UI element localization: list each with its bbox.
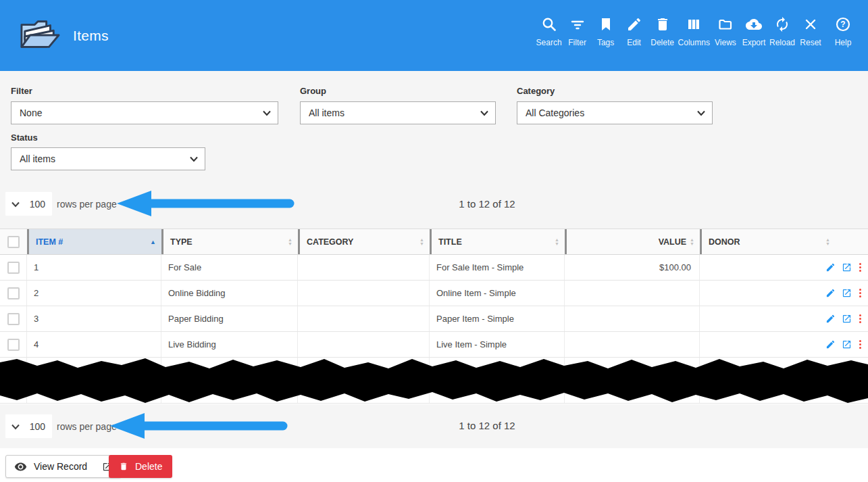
refresh-icon	[774, 16, 790, 32]
column-header-category[interactable]: CATEGORY ▲▼	[298, 229, 430, 254]
help-circle-icon: ?	[835, 16, 851, 32]
row-menu-kebab-icon[interactable]	[858, 314, 863, 323]
column-label: ITEM #	[36, 237, 63, 247]
toolbar-label: Filter	[568, 38, 586, 47]
row-edit-pencil-icon[interactable]	[825, 314, 836, 324]
cell-type	[161, 358, 298, 380]
pencil-icon	[626, 16, 642, 32]
row-menu-kebab-icon[interactable]	[858, 289, 863, 297]
cell-title: Online Item - Simple	[430, 281, 565, 306]
cell-item: 3	[27, 306, 161, 331]
row-edit-pencil-icon[interactable]	[825, 288, 836, 298]
sort-icon: ▲▼	[419, 238, 424, 246]
column-label: CATEGORY	[307, 237, 353, 247]
cell-type: Paper Bidding	[161, 306, 298, 331]
category-select[interactable]: All Categories	[517, 101, 713, 124]
row-edit-pencil-icon[interactable]	[825, 262, 836, 272]
cell-donor	[700, 255, 868, 280]
toolbar-button-reset[interactable]: Reset	[796, 16, 825, 47]
toolbar-button-edit[interactable]: Edit	[620, 16, 648, 47]
app-logo-folder-icon	[16, 17, 63, 55]
row-menu-kebab-icon[interactable]	[858, 263, 863, 272]
cell-category	[298, 281, 430, 306]
select-all-cell	[0, 229, 27, 254]
cell-type: Online Bidding	[161, 281, 298, 306]
row-check-cell	[0, 332, 27, 357]
pagination-range: 1 to 12 of 12	[406, 198, 568, 210]
row-open-external-icon[interactable]	[842, 262, 852, 272]
cell-category	[298, 255, 430, 280]
cell-item	[27, 358, 161, 380]
toolbar-button-reload[interactable]: Reload	[768, 16, 796, 47]
toolbar-button-tags[interactable]: Tags	[592, 16, 620, 47]
category-label: Category	[517, 86, 555, 96]
cell-type: Live Bidding	[161, 332, 298, 357]
toolbar-button-export[interactable]: Export	[740, 16, 768, 47]
filter-label: Filter	[11, 86, 32, 96]
row-checkbox[interactable]	[7, 313, 20, 325]
view-record-button[interactable]: View Record	[5, 455, 121, 478]
toolbar-label: Export	[742, 38, 766, 47]
column-label: VALUE	[659, 237, 686, 247]
rows-per-page-value: 100	[20, 199, 52, 210]
cell-category	[298, 381, 430, 403]
cell-type	[161, 381, 298, 403]
cell-donor	[700, 358, 868, 380]
column-header-title[interactable]: TITLE ▲▼	[430, 229, 565, 254]
column-header-item[interactable]: ITEM # ▲	[27, 229, 161, 254]
cell-title: Paper Item - Simple	[430, 306, 565, 331]
row-open-external-icon[interactable]	[842, 339, 852, 350]
row-checkbox[interactable]	[7, 262, 20, 274]
status-select[interactable]: All items	[11, 147, 205, 170]
cell-donor	[700, 281, 868, 306]
toolbar: Search Filter Tags Edit Delete Columns V…	[535, 16, 857, 47]
toolbar-label: Tags	[597, 38, 614, 47]
search-icon	[541, 16, 557, 32]
toolbar-button-columns[interactable]: Columns	[677, 16, 711, 47]
toolbar-button-views[interactable]: Views	[711, 16, 740, 47]
sort-icon: ▲▼	[555, 238, 559, 246]
cell-value	[565, 358, 700, 380]
view-record-label: View Record	[34, 461, 87, 472]
column-header-donor[interactable]: DONOR ▲▼	[700, 229, 868, 254]
filter-select[interactable]: None	[11, 101, 278, 124]
table-row: 4 Live Bidding Live Item - Simple	[0, 332, 868, 358]
group-select[interactable]: All items	[300, 101, 496, 124]
column-header-type[interactable]: TYPE ▲▼	[161, 229, 298, 254]
toolbar-label: Edit	[627, 38, 641, 47]
rows-per-page-select[interactable]: 100	[5, 192, 52, 216]
redacted-rows-zone	[0, 358, 868, 404]
status-label: Status	[11, 132, 38, 143]
row-checkbox[interactable]	[7, 386, 20, 398]
row-edit-pencil-icon[interactable]	[825, 339, 836, 350]
row-checkbox[interactable]	[7, 363, 20, 375]
folder-icon	[717, 16, 734, 32]
row-check-cell	[0, 358, 27, 380]
row-checkbox[interactable]	[7, 287, 20, 299]
column-header-value[interactable]: VALUE ▲▼	[565, 229, 700, 254]
cell-category	[298, 306, 430, 331]
column-label: DONOR	[709, 237, 740, 247]
trash-icon	[655, 16, 671, 32]
toolbar-label: Columns	[678, 38, 710, 47]
trash-icon	[119, 462, 128, 471]
toolbar-label: Reset	[800, 38, 821, 47]
row-menu-kebab-icon[interactable]	[858, 340, 863, 349]
toolbar-button-help[interactable]: ? Help	[829, 16, 857, 47]
table-row: 2 Online Bidding Online Item - Simple	[0, 281, 868, 306]
toolbar-button-delete[interactable]: Delete	[648, 16, 677, 47]
rows-per-page-select-bottom[interactable]: 100	[5, 414, 52, 438]
row-checkbox[interactable]	[7, 339, 20, 351]
app-header: Items Search Filter Tags Edit Delete Col…	[0, 0, 868, 71]
toolbar-button-search[interactable]: Search	[535, 16, 563, 47]
row-open-external-icon[interactable]	[842, 314, 852, 324]
group-label: Group	[300, 86, 326, 96]
toolbar-button-filter[interactable]: Filter	[563, 16, 592, 47]
cloud-download-icon	[746, 16, 762, 32]
row-open-external-icon[interactable]	[842, 288, 852, 298]
select-all-checkbox[interactable]	[7, 236, 20, 248]
delete-button[interactable]: Delete	[109, 455, 172, 478]
cell-item	[27, 381, 161, 403]
cell-value	[565, 332, 700, 357]
category-select-wrap: All Categories	[517, 101, 713, 124]
